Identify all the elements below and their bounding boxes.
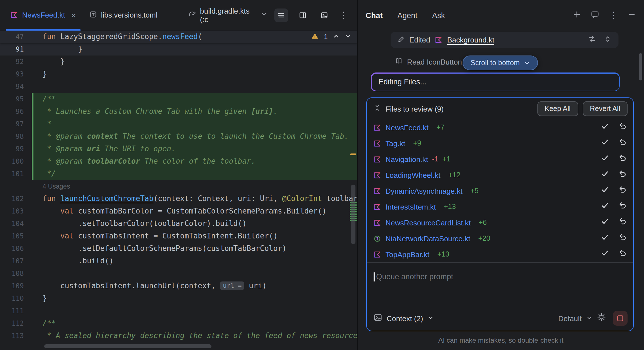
additions-count: +20	[478, 234, 490, 242]
accept-file-button[interactable]	[601, 186, 609, 196]
kotlin-file-icon	[374, 251, 381, 258]
file-icon	[374, 124, 382, 131]
accept-file-button[interactable]	[601, 217, 609, 228]
model-selector[interactable]: Default	[558, 314, 582, 323]
code-line[interactable]: 97 *	[0, 118, 357, 130]
new-chat-button[interactable]	[573, 10, 581, 21]
code-line[interactable]: 101 */	[0, 168, 357, 180]
accept-file-button[interactable]	[601, 138, 609, 148]
revert-file-button[interactable]	[618, 233, 626, 244]
sticky-header-line[interactable]: 47 fun LazyStaggeredGridScope.newsFeed( …	[0, 31, 357, 43]
usages-label[interactable]: 4 Usages	[33, 180, 70, 193]
code-line[interactable]: 112 /**	[0, 317, 357, 330]
code-line[interactable]: 98 * @param context The context to use t…	[0, 130, 357, 143]
code-line[interactable]: 100 * @param toolbarColor The color of t…	[0, 155, 357, 168]
file-link[interactable]: Navigation.kt	[385, 155, 428, 163]
line-number: 104	[0, 217, 32, 230]
file-link[interactable]: NewsFeed.kt	[385, 123, 429, 132]
file-icon	[374, 171, 382, 179]
code-line[interactable]: 108	[0, 267, 357, 280]
tab-build-gradle-kts[interactable]: build.gradle.kts (:c	[181, 0, 274, 30]
revert-all-button[interactable]: Revert All	[582, 101, 628, 116]
code-line[interactable]: 92 }	[0, 56, 357, 68]
revert-file-button[interactable]	[618, 249, 626, 259]
file-link[interactable]: Tag.kt	[385, 139, 405, 148]
accept-file-button[interactable]	[601, 122, 609, 133]
line-number: 94	[0, 80, 32, 93]
collapse-all-icon[interactable]	[374, 104, 381, 114]
attach-image-icon[interactable]	[374, 313, 382, 324]
list-view-button[interactable]	[274, 8, 288, 22]
accept-file-button[interactable]	[601, 170, 609, 180]
file-link[interactable]: InterestsItem.kt	[385, 202, 436, 211]
chat-options-button[interactable]: ⋮	[609, 11, 618, 20]
code-line[interactable]: 104 .setToolbarColor(toolbarColor).build…	[0, 217, 357, 230]
scroll-to-bottom-button[interactable]: Scroll to bottom	[463, 56, 538, 70]
tab-ask[interactable]: Ask	[432, 11, 445, 20]
edited-file-card[interactable]: Edited Background.kt	[391, 32, 618, 48]
code-line[interactable]: 110 }	[0, 292, 357, 305]
file-link[interactable]: NewsResourceCardList.kt	[385, 218, 471, 227]
additions-count: +6	[479, 219, 487, 227]
tab-newsfeed-kt[interactable]: NewsFeed.kt ×	[3, 0, 83, 30]
chevron-down-icon[interactable]	[428, 313, 434, 323]
code-editor[interactable]: 47 fun LazyStaggeredGridScope.newsFeed( …	[0, 31, 357, 350]
tab-libs-versions-toml[interactable]: libs.versions.toml	[83, 0, 164, 30]
editor-vertical-scrollbar[interactable]	[351, 185, 355, 244]
code-line[interactable]: 94	[0, 80, 357, 93]
file-link[interactable]: TopAppBar.kt	[385, 250, 429, 259]
revert-file-button[interactable]	[618, 170, 626, 180]
code-line[interactable]: 113 * A sealed hierarchy describing the …	[0, 330, 357, 342]
file-link[interactable]: NiaNetworkDataSource.kt	[385, 234, 470, 243]
code-line[interactable]: 111	[0, 305, 357, 317]
code-segment: customTabBarColor = CustomTabColorScheme…	[74, 207, 327, 215]
line-number: 112	[0, 317, 32, 330]
code-line[interactable]: 107 .build()	[0, 255, 357, 267]
code-line[interactable]: 109 customTabsIntent.launchUrl(context, …	[0, 280, 357, 292]
settings-gear-icon[interactable]	[597, 313, 606, 324]
accept-file-button[interactable]	[601, 202, 609, 212]
code-line[interactable]: 95 /**	[0, 93, 357, 105]
code-line[interactable]: 106 .setDefaultColorSchemeParams(customT…	[0, 242, 357, 255]
code-line[interactable]: 96 * Launches a Custom Chrome Tab with t…	[0, 105, 357, 118]
prompt-input[interactable]: Queue another prompt	[367, 263, 633, 306]
stop-button[interactable]	[613, 311, 628, 326]
chevron-down-icon[interactable]	[586, 313, 592, 323]
usages-inlay-line[interactable]: 4 Usages	[0, 180, 357, 193]
context-selector[interactable]: Context (2)	[387, 314, 423, 323]
expand-card-button[interactable]	[604, 35, 612, 45]
close-tab-icon[interactable]: ×	[71, 10, 76, 20]
hide-panel-button[interactable]	[628, 10, 636, 21]
code-line[interactable]: 99 * @param uri The URI to open.	[0, 143, 357, 155]
file-link[interactable]: DynamicAsyncImage.kt	[385, 187, 463, 195]
revert-file-button[interactable]	[618, 138, 626, 148]
keep-all-button[interactable]: Keep All	[537, 101, 578, 116]
accept-file-button[interactable]	[601, 249, 609, 259]
accept-file-button[interactable]	[601, 233, 609, 244]
code-line[interactable]: 93 }	[0, 68, 357, 80]
edited-file-link[interactable]: Background.kt	[447, 36, 494, 44]
preview-image-button[interactable]	[317, 8, 331, 22]
tab-chat[interactable]: Chat	[366, 11, 383, 20]
split-view-button[interactable]	[296, 8, 310, 22]
accept-file-button[interactable]	[601, 154, 609, 164]
tab-agent[interactable]: Agent	[397, 11, 418, 20]
code-line[interactable]: 105 val customTabsIntent = CustomTabsInt…	[0, 230, 357, 242]
more-options-button[interactable]: ⋮	[339, 10, 348, 20]
show-diff-button[interactable]	[588, 35, 596, 45]
code-line[interactable]: 91 }	[0, 43, 357, 56]
conversations-button[interactable]	[591, 10, 599, 21]
revert-file-button[interactable]	[618, 186, 626, 196]
revert-file-button[interactable]	[618, 154, 626, 164]
chat-scrollbar[interactable]	[639, 53, 642, 80]
editor-horizontal-scrollbar[interactable]	[44, 344, 211, 348]
code-line[interactable]: 102 fun launchCustomChromeTab(context: C…	[0, 193, 357, 205]
tab-dropdown-chevron-icon[interactable]	[261, 11, 268, 19]
revert-file-button[interactable]	[618, 202, 626, 212]
revert-file-button[interactable]	[618, 217, 626, 228]
prev-problem-button[interactable]	[333, 32, 340, 42]
file-link[interactable]: LoadingWheel.kt	[385, 171, 440, 179]
revert-file-button[interactable]	[618, 122, 626, 133]
code-line[interactable]: 103 val customTabBarColor = CustomTabCol…	[0, 205, 357, 217]
next-problem-button[interactable]	[345, 32, 351, 42]
